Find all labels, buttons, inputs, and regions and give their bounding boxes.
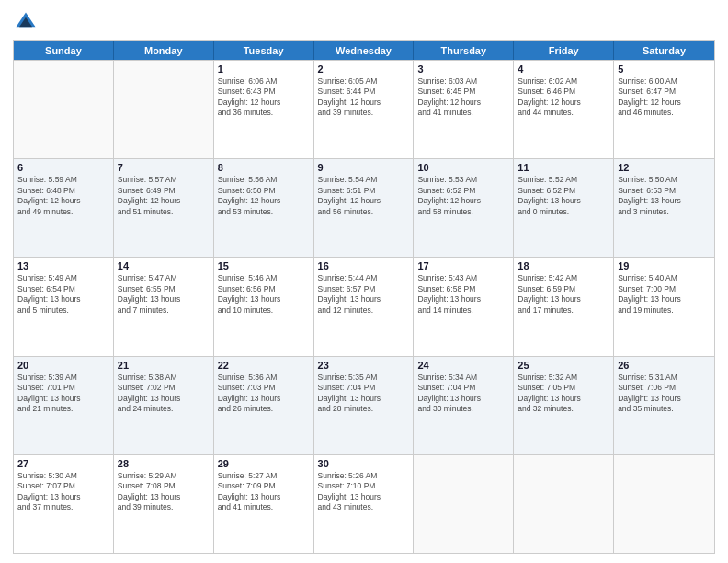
- calendar-cell: 9Sunrise: 5:54 AM Sunset: 6:51 PM Daylig…: [314, 159, 415, 257]
- calendar-cell: 21Sunrise: 5:38 AM Sunset: 7:02 PM Dayli…: [114, 357, 214, 454]
- calendar-cell: 16Sunrise: 5:44 AM Sunset: 6:57 PM Dayli…: [314, 258, 415, 355]
- calendar-cell: 4Sunrise: 6:02 AM Sunset: 6:46 PM Daylig…: [514, 61, 614, 158]
- day-info: Sunrise: 5:36 AM Sunset: 7:03 PM Dayligh…: [218, 373, 310, 415]
- header-day-saturday: Saturday: [614, 41, 714, 60]
- day-number: 30: [318, 458, 410, 469]
- day-number: 29: [218, 458, 310, 469]
- day-info: Sunrise: 5:26 AM Sunset: 7:10 PM Dayligh…: [318, 471, 410, 513]
- day-info: Sunrise: 6:06 AM Sunset: 6:43 PM Dayligh…: [218, 76, 310, 119]
- day-info: Sunrise: 6:05 AM Sunset: 6:44 PM Dayligh…: [318, 76, 410, 119]
- page-header: [13, 9, 715, 35]
- calendar-cell: 27Sunrise: 5:30 AM Sunset: 7:07 PM Dayli…: [14, 455, 114, 553]
- day-number: 5: [618, 63, 711, 75]
- day-info: Sunrise: 5:34 AM Sunset: 7:04 PM Dayligh…: [417, 373, 509, 415]
- day-info: Sunrise: 5:59 AM Sunset: 6:48 PM Dayligh…: [17, 175, 109, 217]
- day-number: 6: [17, 162, 109, 173]
- day-number: 15: [218, 260, 310, 271]
- day-number: 27: [17, 458, 109, 469]
- calendar-week-4: 20Sunrise: 5:39 AM Sunset: 7:01 PM Dayli…: [14, 356, 714, 454]
- calendar-cell: 5Sunrise: 6:00 AM Sunset: 6:47 PM Daylig…: [614, 61, 714, 158]
- day-info: Sunrise: 5:30 AM Sunset: 7:07 PM Dayligh…: [17, 471, 109, 513]
- calendar-cell: [114, 61, 214, 158]
- calendar-cell: 8Sunrise: 5:56 AM Sunset: 6:50 PM Daylig…: [214, 159, 314, 257]
- day-info: Sunrise: 5:52 AM Sunset: 6:52 PM Dayligh…: [518, 175, 609, 217]
- day-number: 17: [417, 260, 509, 271]
- logo: [13, 9, 42, 35]
- day-number: 21: [118, 360, 210, 371]
- calendar-cell: 12Sunrise: 5:50 AM Sunset: 6:53 PM Dayli…: [614, 159, 714, 257]
- day-number: 20: [17, 360, 109, 371]
- header-day-wednesday: Wednesday: [314, 41, 415, 60]
- day-number: 7: [118, 162, 210, 173]
- calendar: SundayMondayTuesdayWednesdayThursdayFrid…: [13, 40, 715, 554]
- calendar-cell: [414, 455, 514, 553]
- day-number: 19: [618, 260, 711, 271]
- day-number: 4: [518, 63, 609, 75]
- day-number: 23: [318, 360, 410, 371]
- day-info: Sunrise: 5:39 AM Sunset: 7:01 PM Dayligh…: [17, 373, 109, 415]
- day-info: Sunrise: 5:47 AM Sunset: 6:55 PM Dayligh…: [118, 273, 210, 316]
- day-info: Sunrise: 6:00 AM Sunset: 6:47 PM Dayligh…: [618, 76, 711, 119]
- calendar-cell: 24Sunrise: 5:34 AM Sunset: 7:04 PM Dayli…: [414, 357, 514, 454]
- day-number: 1: [218, 63, 310, 75]
- day-info: Sunrise: 5:32 AM Sunset: 7:05 PM Dayligh…: [518, 373, 609, 415]
- calendar-cell: 15Sunrise: 5:46 AM Sunset: 6:56 PM Dayli…: [214, 258, 314, 355]
- calendar-body: 1Sunrise: 6:06 AM Sunset: 6:43 PM Daylig…: [14, 60, 714, 553]
- header-day-tuesday: Tuesday: [214, 41, 314, 60]
- day-info: Sunrise: 5:27 AM Sunset: 7:09 PM Dayligh…: [218, 471, 310, 513]
- calendar-cell: [514, 455, 614, 553]
- calendar-cell: 28Sunrise: 5:29 AM Sunset: 7:08 PM Dayli…: [114, 455, 214, 553]
- day-info: Sunrise: 5:40 AM Sunset: 7:00 PM Dayligh…: [618, 273, 711, 316]
- day-number: 26: [618, 360, 711, 371]
- day-number: 11: [518, 162, 609, 173]
- day-number: 12: [618, 162, 711, 173]
- logo-icon: [13, 9, 39, 35]
- calendar-cell: 18Sunrise: 5:42 AM Sunset: 6:59 PM Dayli…: [514, 258, 614, 355]
- header-day-friday: Friday: [514, 41, 614, 60]
- day-info: Sunrise: 5:31 AM Sunset: 7:06 PM Dayligh…: [618, 373, 711, 415]
- day-info: Sunrise: 5:57 AM Sunset: 6:49 PM Dayligh…: [118, 175, 210, 217]
- day-number: 10: [417, 162, 509, 173]
- day-number: 8: [218, 162, 310, 173]
- header-day-monday: Monday: [114, 41, 214, 60]
- day-number: 25: [518, 360, 609, 371]
- calendar-cell: 1Sunrise: 6:06 AM Sunset: 6:43 PM Daylig…: [214, 61, 314, 158]
- day-number: 9: [318, 162, 410, 173]
- day-info: Sunrise: 5:43 AM Sunset: 6:58 PM Dayligh…: [417, 273, 509, 316]
- day-info: Sunrise: 6:02 AM Sunset: 6:46 PM Dayligh…: [518, 76, 609, 119]
- calendar-week-5: 27Sunrise: 5:30 AM Sunset: 7:07 PM Dayli…: [14, 454, 714, 553]
- calendar-header: SundayMondayTuesdayWednesdayThursdayFrid…: [14, 41, 714, 60]
- calendar-cell: 22Sunrise: 5:36 AM Sunset: 7:03 PM Dayli…: [214, 357, 314, 454]
- calendar-cell: 20Sunrise: 5:39 AM Sunset: 7:01 PM Dayli…: [14, 357, 114, 454]
- calendar-cell: 10Sunrise: 5:53 AM Sunset: 6:52 PM Dayli…: [414, 159, 514, 257]
- calendar-week-3: 13Sunrise: 5:49 AM Sunset: 6:54 PM Dayli…: [14, 257, 714, 355]
- calendar-cell: [614, 455, 714, 553]
- calendar-cell: 23Sunrise: 5:35 AM Sunset: 7:04 PM Dayli…: [314, 357, 415, 454]
- calendar-cell: 30Sunrise: 5:26 AM Sunset: 7:10 PM Dayli…: [314, 455, 415, 553]
- day-info: Sunrise: 5:42 AM Sunset: 6:59 PM Dayligh…: [518, 273, 609, 316]
- calendar-cell: 11Sunrise: 5:52 AM Sunset: 6:52 PM Dayli…: [514, 159, 614, 257]
- day-info: Sunrise: 5:53 AM Sunset: 6:52 PM Dayligh…: [417, 175, 509, 217]
- calendar-week-1: 1Sunrise: 6:06 AM Sunset: 6:43 PM Daylig…: [14, 60, 714, 158]
- day-number: 3: [417, 63, 509, 75]
- day-number: 14: [118, 260, 210, 271]
- calendar-cell: 26Sunrise: 5:31 AM Sunset: 7:06 PM Dayli…: [614, 357, 714, 454]
- calendar-cell: 6Sunrise: 5:59 AM Sunset: 6:48 PM Daylig…: [14, 159, 114, 257]
- day-number: 13: [17, 260, 109, 271]
- day-info: Sunrise: 5:56 AM Sunset: 6:50 PM Dayligh…: [218, 175, 310, 217]
- calendar-cell: 3Sunrise: 6:03 AM Sunset: 6:45 PM Daylig…: [414, 61, 514, 158]
- calendar-cell: 7Sunrise: 5:57 AM Sunset: 6:49 PM Daylig…: [114, 159, 214, 257]
- calendar-cell: 2Sunrise: 6:05 AM Sunset: 6:44 PM Daylig…: [314, 61, 415, 158]
- day-info: Sunrise: 5:54 AM Sunset: 6:51 PM Dayligh…: [318, 175, 410, 217]
- day-number: 2: [318, 63, 410, 75]
- calendar-cell: 25Sunrise: 5:32 AM Sunset: 7:05 PM Dayli…: [514, 357, 614, 454]
- day-info: Sunrise: 5:44 AM Sunset: 6:57 PM Dayligh…: [318, 273, 410, 316]
- day-info: Sunrise: 5:38 AM Sunset: 7:02 PM Dayligh…: [118, 373, 210, 415]
- calendar-cell: 14Sunrise: 5:47 AM Sunset: 6:55 PM Dayli…: [114, 258, 214, 355]
- day-number: 16: [318, 260, 410, 271]
- calendar-cell: 13Sunrise: 5:49 AM Sunset: 6:54 PM Dayli…: [14, 258, 114, 355]
- day-info: Sunrise: 5:49 AM Sunset: 6:54 PM Dayligh…: [17, 273, 109, 316]
- day-info: Sunrise: 5:29 AM Sunset: 7:08 PM Dayligh…: [118, 471, 210, 513]
- day-number: 28: [118, 458, 210, 469]
- day-number: 24: [417, 360, 509, 371]
